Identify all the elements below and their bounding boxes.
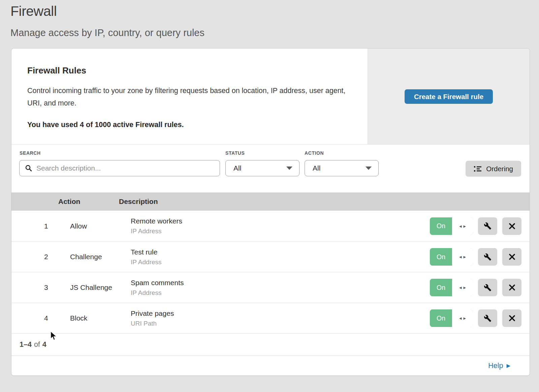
arrow-right-icon: ▸ <box>464 223 466 229</box>
toggle-on-label: On <box>430 309 452 327</box>
arrow-left-icon: ◂ <box>459 223 462 229</box>
search-input[interactable] <box>36 164 215 172</box>
wrench-icon <box>484 222 492 230</box>
rule-description-cell: Spam comments IP Address <box>131 279 184 297</box>
rule-description: Private pages <box>131 309 174 318</box>
wrench-icon <box>484 284 492 292</box>
page-title: Firewall <box>10 3 539 19</box>
toggle-handle[interactable]: ◂ ▸ <box>452 309 473 327</box>
status-label: STATUS <box>225 150 245 156</box>
page-header: Firewall Manage access by IP, country, o… <box>0 0 539 38</box>
rule-enabled-toggle[interactable]: On ◂ ▸ <box>430 248 473 266</box>
arrow-left-icon: ◂ <box>459 315 462 321</box>
search-box <box>19 160 220 176</box>
rule-description: Test rule <box>131 248 162 256</box>
ordering-button[interactable]: Ordering <box>466 161 521 177</box>
wrench-icon <box>484 314 492 322</box>
rule-action: Allow <box>70 222 131 230</box>
card-info: Firewall Rules Control incoming traffic … <box>11 49 368 144</box>
card-top-section: Firewall Rules Control incoming traffic … <box>11 49 530 145</box>
toggle-handle[interactable]: ◂ ▸ <box>452 279 473 296</box>
pagination-range: 1–4 <box>20 340 32 349</box>
pagination-of: of <box>34 340 40 349</box>
search-label: SEARCH <box>20 150 41 156</box>
edit-rule-button[interactable] <box>478 279 497 296</box>
filters-bar: SEARCH STATUS All ACTION All <box>11 145 530 192</box>
rule-match-type: IP Address <box>131 259 162 266</box>
toggle-on-label: On <box>430 248 452 266</box>
rule-priority: 4 <box>44 314 58 322</box>
help-bar: Help ▶ <box>11 356 530 375</box>
rule-priority: 1 <box>44 222 58 230</box>
firewall-rules-card: Firewall Rules Control incoming traffic … <box>11 48 530 376</box>
card-heading: Firewall Rules <box>27 65 354 76</box>
pagination-total: 4 <box>42 340 46 349</box>
close-icon <box>509 315 515 322</box>
rule-description: Remote workers <box>131 217 182 225</box>
chevron-down-icon <box>366 167 372 170</box>
column-header-description: Description <box>119 198 158 206</box>
action-label: ACTION <box>305 150 324 156</box>
close-icon <box>509 284 515 291</box>
action-select[interactable]: All <box>305 160 379 176</box>
rule-controls: On ◂ ▸ <box>430 303 521 333</box>
delete-rule-button[interactable] <box>502 217 521 235</box>
rule-description-cell: Test rule IP Address <box>131 248 162 266</box>
table-row: 3 JS Challenge Spam comments IP Address … <box>11 272 530 303</box>
delete-rule-button[interactable] <box>502 248 521 266</box>
create-rule-panel: Create a Firewall rule <box>368 49 530 144</box>
rule-description-cell: Remote workers IP Address <box>131 217 182 235</box>
rule-action: Block <box>70 314 131 322</box>
usage-summary: You have used 4 of 1000 active Firewall … <box>27 121 354 129</box>
column-header-action: Action <box>58 198 119 206</box>
edit-rule-button[interactable] <box>478 217 497 235</box>
toggle-on-label: On <box>430 217 452 235</box>
ordering-button-label: Ordering <box>486 165 513 173</box>
help-link-label: Help <box>488 362 503 370</box>
rule-match-type: URI Path <box>131 320 174 327</box>
toggle-handle[interactable]: ◂ ▸ <box>452 217 473 235</box>
table-header: Action Description <box>11 192 530 211</box>
arrow-right-icon: ▸ <box>464 254 466 260</box>
table-row: 2 Challenge Test rule IP Address On ◂ ▸ <box>11 241 530 272</box>
search-icon <box>25 164 32 172</box>
rule-controls: On ◂ ▸ <box>430 272 521 303</box>
wrench-icon <box>484 253 492 261</box>
help-link[interactable]: Help ▶ <box>488 362 510 370</box>
status-select-value: All <box>233 164 241 172</box>
status-select[interactable]: All <box>225 160 299 176</box>
rule-controls: On ◂ ▸ <box>430 211 521 241</box>
chevron-down-icon <box>286 167 292 170</box>
rule-enabled-toggle[interactable]: On ◂ ▸ <box>430 279 473 296</box>
pagination: 1–4 of 4 <box>11 333 530 356</box>
toggle-on-label: On <box>430 279 452 296</box>
rule-priority: 2 <box>44 253 58 261</box>
rule-enabled-toggle[interactable]: On ◂ ▸ <box>430 309 473 327</box>
toggle-handle[interactable]: ◂ ▸ <box>452 248 473 266</box>
card-description: Control incoming traffic to your zone by… <box>27 85 346 110</box>
rule-action: Challenge <box>70 253 131 261</box>
arrow-left-icon: ◂ <box>459 284 462 291</box>
rule-controls: On ◂ ▸ <box>430 242 521 272</box>
caret-right-icon: ▶ <box>506 363 510 369</box>
create-firewall-rule-button[interactable]: Create a Firewall rule <box>405 89 493 104</box>
rule-match-type: IP Address <box>131 289 184 297</box>
arrow-right-icon: ▸ <box>464 315 466 321</box>
rule-enabled-toggle[interactable]: On ◂ ▸ <box>430 217 473 235</box>
ordered-list-icon <box>474 165 482 172</box>
edit-rule-button[interactable] <box>478 309 497 327</box>
rule-action: JS Challenge <box>70 283 131 292</box>
close-icon <box>509 223 515 230</box>
rules-table-body: 1 Allow Remote workers IP Address On ◂ ▸ <box>11 211 530 333</box>
rule-match-type: IP Address <box>131 228 182 235</box>
arrow-right-icon: ▸ <box>464 284 466 291</box>
delete-rule-button[interactable] <box>502 279 521 296</box>
rule-description: Spam comments <box>131 279 184 287</box>
arrow-left-icon: ◂ <box>459 254 462 260</box>
edit-rule-button[interactable] <box>478 248 497 266</box>
rule-description-cell: Private pages URI Path <box>131 309 174 327</box>
delete-rule-button[interactable] <box>502 309 521 327</box>
table-row: 4 Block Private pages URI Path On ◂ ▸ <box>11 303 530 333</box>
close-icon <box>509 253 515 260</box>
table-row: 1 Allow Remote workers IP Address On ◂ ▸ <box>11 211 530 241</box>
